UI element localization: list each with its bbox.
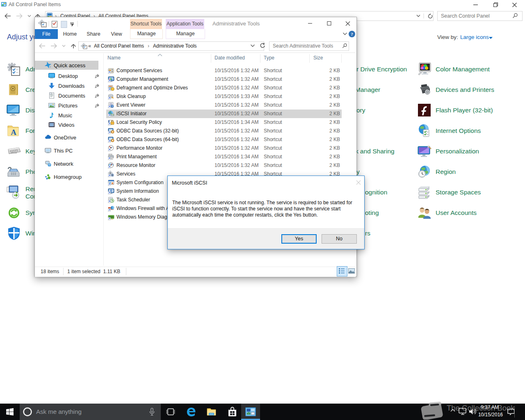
svg-text:A: A bbox=[11, 128, 16, 137]
svg-text:?: ? bbox=[351, 32, 353, 37]
